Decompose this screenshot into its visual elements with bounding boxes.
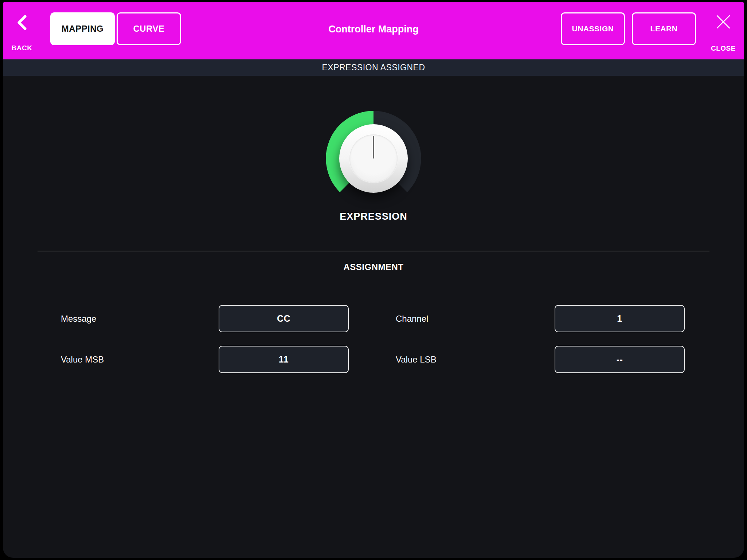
value-lsb-selector[interactable]: -- (555, 346, 685, 373)
knob-body (339, 124, 408, 193)
section-divider (38, 251, 709, 251)
value-lsb-label: Value LSB (396, 346, 437, 373)
knob-pointer-indicator (373, 136, 374, 158)
close-button[interactable]: CLOSE (704, 11, 742, 56)
value-msb-label: Value MSB (61, 346, 104, 373)
channel-label: Channel (396, 305, 428, 332)
knob-label: EXPRESSION (3, 211, 744, 222)
expression-knob[interactable] (322, 107, 425, 209)
close-icon (715, 14, 731, 30)
message-value-selector[interactable]: CC (219, 305, 349, 332)
unassign-button[interactable]: UNASSIGN (561, 12, 625, 45)
channel-value-selector[interactable]: 1 (555, 305, 685, 332)
screen: BACK MAPPING CURVE Controller Mapping UN… (0, 0, 747, 560)
close-label: CLOSE (705, 44, 742, 52)
message-label: Message (61, 305, 96, 332)
assignment-status-bar: EXPRESSION ASSIGNED (3, 59, 744, 76)
assignment-heading: ASSIGNMENT (3, 262, 744, 272)
header-bar: BACK MAPPING CURVE Controller Mapping UN… (3, 2, 744, 59)
back-label: BACK (7, 44, 36, 52)
controller-mapping-panel: BACK MAPPING CURVE Controller Mapping UN… (3, 2, 744, 558)
learn-button[interactable]: LEARN (632, 12, 696, 45)
value-msb-selector[interactable]: 11 (219, 346, 349, 373)
